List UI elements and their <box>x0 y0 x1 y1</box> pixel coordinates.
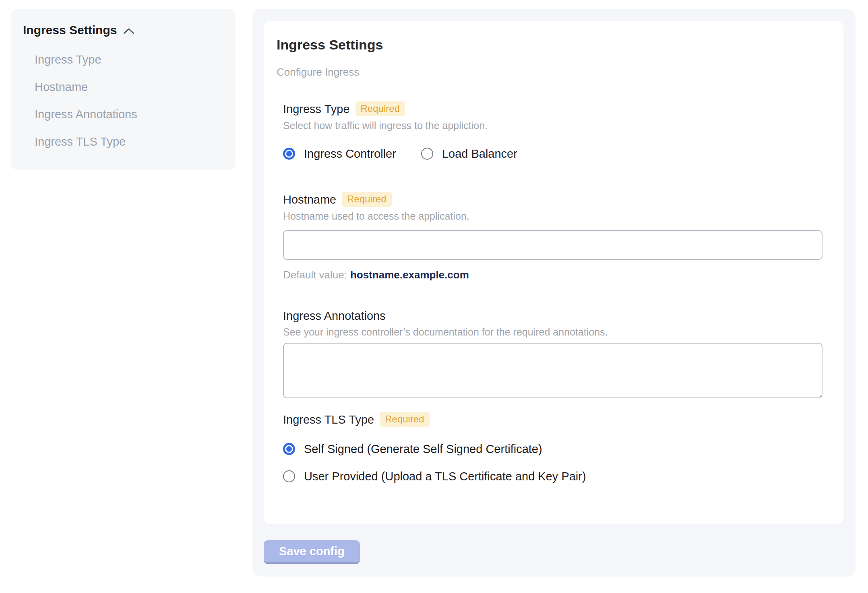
ingress-settings-panel: Ingress Settings Configure Ingress Ingre… <box>252 9 856 577</box>
radio-label-load-balancer: Load Balancer <box>442 147 517 161</box>
tls-radio-group: Self Signed (Generate Self Signed Certif… <box>283 442 823 483</box>
ingress-type-label: Ingress Type <box>283 102 350 116</box>
sidebar-item-hostname[interactable]: Hostname <box>23 73 227 101</box>
hostname-label: Hostname <box>283 193 336 206</box>
sidebar-section-title: Ingress Settings <box>23 23 117 37</box>
form-sections: Ingress Type Required Select how traffic… <box>283 101 823 483</box>
sidebar-item-ingress-tls-type[interactable]: Ingress TLS Type <box>23 128 227 155</box>
save-config-button[interactable]: Save config <box>264 540 360 564</box>
radio-option-ingress-controller[interactable]: Ingress Controller <box>283 147 396 161</box>
sidebar-item-ingress-type[interactable]: Ingress Type <box>23 46 227 73</box>
radio-option-load-balancer[interactable]: Load Balancer <box>421 147 517 161</box>
hostname-input[interactable] <box>283 230 823 260</box>
sidebar-section-toggle[interactable]: Ingress Settings <box>23 23 227 37</box>
hostname-default-line: Default value:hostname.example.com <box>283 269 823 281</box>
hostname-default-prefix: Default value: <box>283 269 347 281</box>
required-badge: Required <box>355 101 405 116</box>
page-title: Ingress Settings <box>277 37 823 52</box>
hostname-label-row: Hostname Required <box>283 192 823 207</box>
annotations-label: Ingress Annotations <box>283 309 386 323</box>
radio-option-self-signed[interactable]: Self Signed (Generate Self Signed Certif… <box>283 442 823 456</box>
ingress-settings-nav-card: Ingress Settings Ingress Type Hostname I… <box>11 9 236 170</box>
radio-icon-self-signed[interactable] <box>283 443 295 455</box>
sidebar-nav-list: Ingress Type Hostname Ingress Annotation… <box>23 46 227 155</box>
hostname-help: Hostname used to access the application. <box>283 210 823 222</box>
ingress-type-help: Select how traffic will ingress to the a… <box>283 119 823 132</box>
tls-label: Ingress TLS Type <box>283 413 374 426</box>
section-ingress-tls-type: Ingress TLS Type Required Self Signed (G… <box>283 412 823 483</box>
ingress-type-label-row: Ingress Type Required <box>283 101 823 116</box>
page-subtitle: Configure Ingress <box>277 66 823 78</box>
hostname-default-value: hostname.example.com <box>350 269 469 281</box>
radio-label-self-signed: Self Signed (Generate Self Signed Certif… <box>304 442 542 456</box>
radio-icon-user-provided[interactable] <box>283 470 295 482</box>
chevron-up-icon[interactable] <box>123 27 134 35</box>
section-hostname: Hostname Required Hostname used to acces… <box>283 192 823 281</box>
annotations-label-row: Ingress Annotations <box>283 309 823 323</box>
radio-icon-load-balancer[interactable] <box>421 148 433 160</box>
ingress-settings-form-card: Ingress Settings Configure Ingress Ingre… <box>264 21 843 524</box>
required-badge: Required <box>380 412 429 427</box>
radio-label-ingress-controller: Ingress Controller <box>304 147 396 161</box>
section-ingress-annotations: Ingress Annotations See your ingress con… <box>283 309 823 398</box>
radio-icon-ingress-controller[interactable] <box>283 148 295 160</box>
radio-label-user-provided: User Provided (Upload a TLS Certificate … <box>304 469 586 483</box>
section-ingress-type: Ingress Type Required Select how traffic… <box>283 101 823 161</box>
annotations-textarea[interactable] <box>283 343 823 398</box>
ingress-type-radio-group: Ingress Controller Load Balancer <box>283 147 823 161</box>
tls-label-row: Ingress TLS Type Required <box>283 412 823 427</box>
required-badge: Required <box>342 192 391 207</box>
radio-option-user-provided[interactable]: User Provided (Upload a TLS Certificate … <box>283 469 823 483</box>
annotations-help: See your ingress controller’s documentat… <box>283 326 823 338</box>
sidebar-item-ingress-annotations[interactable]: Ingress Annotations <box>23 101 227 128</box>
